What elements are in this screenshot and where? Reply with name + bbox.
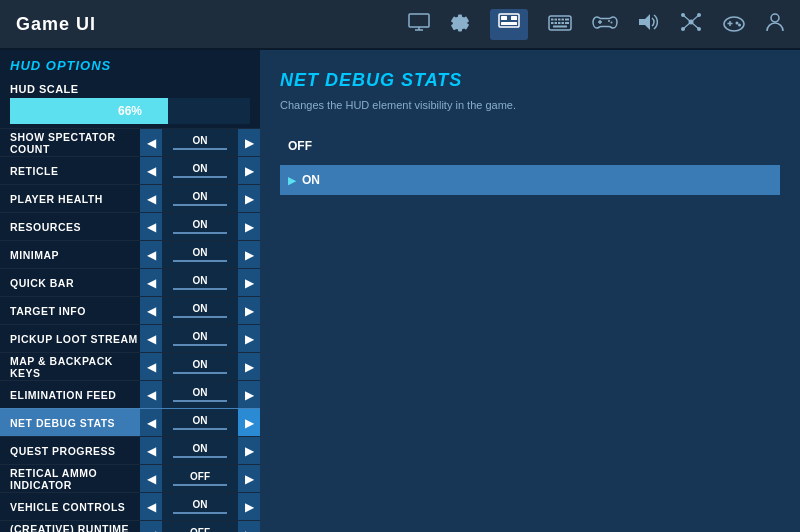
value-underline (173, 260, 226, 262)
value-underline (173, 372, 226, 374)
value-bar: ON (162, 129, 238, 156)
value-text: ON (193, 415, 208, 426)
setting-row[interactable]: QUEST PROGRESS◀ON▶ (0, 436, 260, 464)
value-bar: ON (162, 381, 238, 408)
setting-label: PLAYER HEALTH (0, 193, 140, 205)
right-arrow-button[interactable]: ▶ (238, 381, 260, 408)
left-arrow-button[interactable]: ◀ (140, 297, 162, 324)
svg-line-32 (691, 22, 699, 29)
right-panel: NET DEBUG STATS Changes the HUD element … (260, 50, 800, 532)
option-item[interactable]: OFF (280, 131, 780, 161)
left-panel: HUD OPTIONS HUD SCALE 66% SHOW SPECTATOR… (0, 50, 260, 532)
right-arrow-button[interactable]: ▶ (238, 213, 260, 240)
setting-control: ◀OFF▶ (140, 465, 260, 492)
left-arrow-button[interactable]: ◀ (140, 213, 162, 240)
svg-rect-12 (565, 18, 569, 20)
right-arrow-button[interactable]: ▶ (238, 353, 260, 380)
setting-row[interactable]: ELIMINATION FEED◀ON▶ (0, 380, 260, 408)
keyboard-icon[interactable] (548, 13, 572, 36)
right-arrow-button[interactable]: ▶ (238, 465, 260, 492)
value-underline (173, 344, 226, 346)
value-bar: ON (162, 437, 238, 464)
controller-icon[interactable] (592, 13, 618, 36)
right-panel-desc: Changes the HUD element visibility in th… (280, 99, 780, 111)
setting-row[interactable]: MINIMAP◀ON▶ (0, 240, 260, 268)
left-arrow-button[interactable]: ◀ (140, 353, 162, 380)
left-arrow-button[interactable]: ◀ (140, 129, 162, 156)
hud-scale-slider[interactable]: 66% (10, 98, 250, 124)
options-list: OFF▶ ON (280, 131, 780, 195)
svg-rect-15 (558, 22, 561, 24)
section-title: HUD OPTIONS (0, 50, 260, 79)
value-underline (173, 484, 226, 486)
setting-row[interactable]: NET DEBUG STATS◀ON▶ (0, 408, 260, 436)
svg-rect-16 (562, 22, 565, 24)
setting-row[interactable]: TARGET INFO◀ON▶ (0, 296, 260, 324)
svg-rect-10 (558, 18, 561, 20)
value-underline (173, 176, 226, 178)
left-arrow-button[interactable]: ◀ (140, 465, 162, 492)
right-panel-title: NET DEBUG STATS (280, 70, 780, 91)
user-icon[interactable] (766, 12, 784, 37)
setting-row[interactable]: (CREATIVE) RUNTIME PERFORMANCE STATS◀OFF… (0, 520, 260, 532)
svg-line-30 (691, 15, 699, 22)
left-arrow-button[interactable]: ◀ (140, 409, 162, 436)
value-text: ON (193, 275, 208, 286)
audio-icon[interactable] (638, 12, 660, 37)
svg-rect-8 (551, 18, 554, 20)
hud-icon[interactable] (490, 9, 528, 40)
network-icon[interactable] (680, 12, 702, 37)
right-arrow-button[interactable]: ▶ (238, 493, 260, 520)
value-underline (173, 428, 226, 430)
left-arrow-button[interactable]: ◀ (140, 493, 162, 520)
right-arrow-button[interactable]: ▶ (238, 185, 260, 212)
monitor-icon[interactable] (408, 13, 430, 36)
setting-row[interactable]: QUICK BAR◀ON▶ (0, 268, 260, 296)
right-arrow-button[interactable]: ▶ (238, 157, 260, 184)
value-bar: ON (162, 157, 238, 184)
setting-row[interactable]: PLAYER HEALTH◀ON▶ (0, 184, 260, 212)
value-bar: ON (162, 353, 238, 380)
settings-list: SHOW SPECTATOR COUNT◀ON▶RETICLE◀ON▶PLAYE… (0, 128, 260, 532)
right-arrow-button[interactable]: ▶ (238, 269, 260, 296)
left-arrow-button[interactable]: ◀ (140, 157, 162, 184)
left-arrow-button[interactable]: ◀ (140, 325, 162, 352)
setting-row[interactable]: RESOURCES◀ON▶ (0, 212, 260, 240)
setting-row[interactable]: PICKUP LOOT STREAM◀ON▶ (0, 324, 260, 352)
right-arrow-button[interactable]: ▶ (238, 325, 260, 352)
left-arrow-button[interactable]: ◀ (140, 241, 162, 268)
right-arrow-button[interactable]: ▶ (238, 437, 260, 464)
svg-rect-17 (565, 22, 569, 24)
left-arrow-button[interactable]: ◀ (140, 437, 162, 464)
setting-label: ELIMINATION FEED (0, 389, 140, 401)
setting-row[interactable]: MAP & BACKPACK KEYS◀ON▶ (0, 352, 260, 380)
right-arrow-button[interactable]: ▶ (238, 409, 260, 436)
right-arrow-button[interactable]: ▶ (238, 521, 260, 532)
setting-row[interactable]: RETICLE◀ON▶ (0, 156, 260, 184)
svg-rect-6 (501, 22, 517, 25)
value-bar: ON (162, 493, 238, 520)
gamepad-icon[interactable] (722, 12, 746, 37)
setting-label: RESOURCES (0, 221, 140, 233)
left-arrow-button[interactable]: ◀ (140, 269, 162, 296)
setting-row[interactable]: RETICAL AMMO INDICATOR◀OFF▶ (0, 464, 260, 492)
left-arrow-button[interactable]: ◀ (140, 381, 162, 408)
gear-icon[interactable] (450, 12, 470, 37)
setting-row[interactable]: VEHICLE CONTROLS◀ON▶ (0, 492, 260, 520)
svg-line-29 (683, 15, 691, 22)
main-content: HUD OPTIONS HUD SCALE 66% SHOW SPECTATOR… (0, 50, 800, 532)
setting-row[interactable]: SHOW SPECTATOR COUNT◀ON▶ (0, 128, 260, 156)
value-text: ON (193, 135, 208, 146)
left-arrow-button[interactable]: ◀ (140, 185, 162, 212)
setting-control: ◀ON▶ (140, 437, 260, 464)
svg-point-38 (771, 14, 779, 22)
hud-scale-label: HUD SCALE (10, 83, 250, 95)
right-arrow-button[interactable]: ▶ (238, 297, 260, 324)
value-bar: ON (162, 325, 238, 352)
right-arrow-button[interactable]: ▶ (238, 129, 260, 156)
left-arrow-button[interactable]: ◀ (140, 521, 162, 532)
svg-rect-11 (562, 18, 565, 20)
option-item[interactable]: ▶ ON (280, 165, 780, 195)
right-arrow-button[interactable]: ▶ (238, 241, 260, 268)
top-bar-icons (408, 9, 784, 40)
